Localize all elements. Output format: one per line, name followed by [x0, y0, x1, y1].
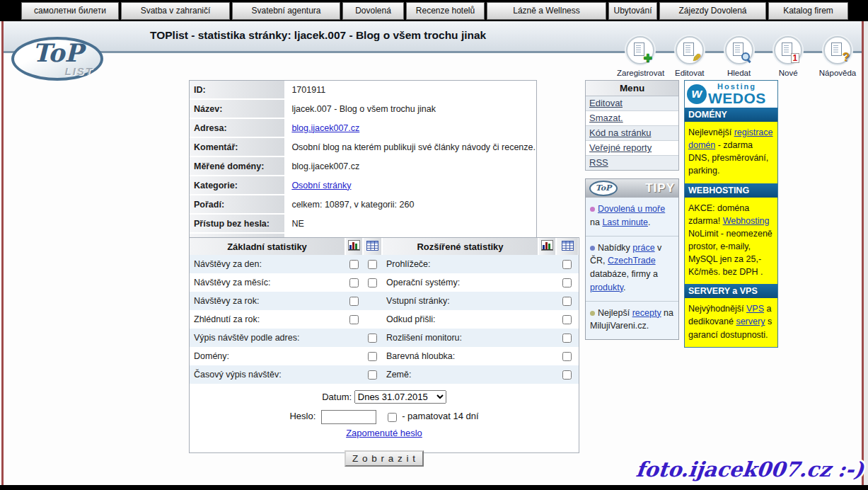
- ad-body-domeny: Nejlevnější registrace domén - zdarma DN…: [685, 122, 777, 183]
- tip-link-dovolena[interactable]: Dovolená u moře: [598, 204, 665, 214]
- tab-lazne-a-wellness[interactable]: Lázně a Wellness: [487, 2, 606, 20]
- date-select[interactable]: Dnes 31.07.2015: [354, 390, 446, 404]
- ad-section-domeny: DOMÉNY: [685, 108, 777, 122]
- help-button[interactable]: ? Nápověda: [814, 36, 861, 77]
- tip-link-produkty[interactable]: produkty: [590, 283, 623, 292]
- wedos-logo-icon: w: [687, 84, 707, 104]
- site-info-table: ID: 1701911 Název: ljacek.007 - Blog o v…: [190, 81, 536, 251]
- stat-checkbox[interactable]: [349, 297, 359, 306]
- category-link[interactable]: Osobní stránky: [291, 181, 351, 190]
- toolbar: ✚ Zaregistrovat ✎ Editovat Hledat 1 Nové: [617, 36, 861, 77]
- search-button[interactable]: Hledat: [716, 36, 763, 77]
- info-value-komentar: Osobní blog na kterém publikuji své člán…: [284, 137, 536, 156]
- toplist-logo-list-text: LIST: [65, 65, 94, 77]
- edit-circle: ✎: [676, 36, 704, 64]
- stat-checkbox[interactable]: [349, 260, 359, 269]
- ad-link-vps[interactable]: VPS: [746, 304, 764, 314]
- help-circle: ?: [823, 36, 852, 64]
- help-label: Nápověda: [814, 69, 861, 77]
- tab-samoletni-bileti[interactable]: самолетни билети: [21, 2, 119, 20]
- new-circle: 1: [774, 36, 802, 64]
- ad-link-servery[interactable]: servery: [736, 317, 765, 326]
- stat-label: Návštěvy za měsíc:: [190, 273, 345, 292]
- info-value-poradi: celkem: 10897, v kategorii: 260: [284, 195, 536, 214]
- tab-dovolena[interactable]: Dovolená: [342, 2, 404, 20]
- menu-item-rss[interactable]: RSS: [586, 156, 678, 170]
- stat-checkbox[interactable]: [349, 278, 359, 287]
- table-row: Zhlédnutí za rok: Odkud přišli:: [190, 310, 579, 329]
- info-label-kategorie: Kategorie:: [190, 176, 284, 195]
- table-row: Pořadí: celkem: 10897, v kategorii: 260: [190, 195, 536, 214]
- tab-katalog-firem[interactable]: Katalog firem: [768, 2, 848, 20]
- tip-link-czechtrade[interactable]: CzechTrade: [608, 256, 656, 266]
- info-label-komentar: Komentář:: [190, 137, 284, 156]
- tab-zajezdy-dovolena[interactable]: Zájezdy Dovolená: [659, 2, 766, 20]
- stat-label: Zhlédnutí za rok:: [190, 310, 345, 329]
- stat-label: Země:: [382, 365, 538, 384]
- extended-stats-header: Rozšířené statistiky: [382, 238, 538, 255]
- table-icon: [363, 238, 382, 255]
- stat-checkbox[interactable]: [368, 370, 377, 380]
- menu-item-editovat[interactable]: Editovat: [586, 96, 678, 111]
- stat-checkbox[interactable]: [562, 297, 572, 306]
- new-one-icon: 1: [791, 53, 800, 63]
- table-row: Komentář: Osobní blog na kterém publikuj…: [190, 137, 536, 156]
- stat-checkbox[interactable]: [562, 315, 572, 324]
- stat-checkbox[interactable]: [368, 260, 377, 269]
- ad-link-webhosting[interactable]: Webhosting: [723, 216, 770, 226]
- table-row: Výpis návštěv podle adres: Rozlišení mon…: [190, 329, 579, 347]
- password-input[interactable]: [321, 410, 376, 424]
- ad-body-webhosting: AKCE: doména zdarma! Webhosting NoLimit …: [685, 198, 777, 285]
- magnifier-icon: [741, 52, 752, 63]
- info-value-pristup: NE: [284, 214, 536, 233]
- stat-checkbox[interactable]: [368, 334, 377, 343]
- table-row: Měřené domény: blog.ijacek007.cz: [190, 156, 536, 176]
- stat-checkbox[interactable]: [562, 334, 572, 343]
- search-circle: [725, 36, 753, 64]
- menu-box: Menu Editovat Smazat. Kód na stránku Veř…: [585, 80, 679, 171]
- new-button[interactable]: 1 Nové: [765, 36, 811, 77]
- page-title: TOPlist - statistika stránky: ljacek.007…: [150, 29, 486, 42]
- register-circle: ✚: [626, 36, 654, 64]
- table-row: Přístup bez hesla: NE: [190, 214, 536, 233]
- stat-checkbox[interactable]: [368, 278, 377, 287]
- menu-item-kod-na-stranku[interactable]: Kód na stránku: [586, 126, 678, 141]
- stat-checkbox[interactable]: [562, 260, 572, 269]
- tab-svatba-v-zahranici[interactable]: Svatba v zahraničí: [121, 2, 230, 20]
- top-tab-bar: самолетни билети Svatba v zahraničí Svat…: [0, 0, 868, 21]
- info-label-pristup: Přístup bez hesla:: [190, 214, 284, 233]
- tip-link-prace[interactable]: práce: [632, 243, 654, 253]
- info-label-poradi: Pořadí:: [190, 195, 284, 214]
- tip-link-recepty[interactable]: recepty: [632, 308, 661, 318]
- tab-svatebni-agentura[interactable]: Svatební agentura: [232, 2, 340, 20]
- stat-checkbox[interactable]: [368, 352, 377, 361]
- basic-stats-header: Základní statistiky: [190, 238, 345, 255]
- table-row: Návštěvy za den: Prohlížeče:: [190, 255, 579, 273]
- edit-button[interactable]: ✎ Editovat: [666, 36, 713, 77]
- ad-section-servery: SERVERY a VPS: [685, 284, 777, 298]
- stat-label: Odkud přišli:: [382, 310, 538, 329]
- stat-label: Rozlišení monitoru:: [382, 329, 538, 347]
- stat-checkbox[interactable]: [349, 315, 359, 324]
- tip-link-last-minute[interactable]: Last minute: [602, 217, 648, 227]
- watermark-text: foto.ijacek007.cz :-): [635, 457, 865, 482]
- register-button[interactable]: ✚ Zaregistrovat: [617, 36, 664, 77]
- menu-item-verejne-reporty[interactable]: Veřejné reporty: [586, 141, 678, 156]
- tab-ubytovani[interactable]: Ubytování: [608, 2, 657, 20]
- bar-chart-icon: [345, 238, 363, 255]
- tab-recenze-hotelu[interactable]: Recenze hotelů: [406, 2, 485, 20]
- stat-label: Výpis návštěv podle adres:: [190, 329, 345, 347]
- stat-checkbox[interactable]: [562, 370, 572, 380]
- stat-label: Domény:: [190, 347, 345, 365]
- show-button[interactable]: Z o b r a z i t: [345, 450, 424, 467]
- forgot-password-link[interactable]: Zapomenuté heslo: [346, 428, 422, 438]
- wedos-ad[interactable]: w Hosting WEDOS DOMÉNY Nejlevnější regis…: [684, 80, 778, 348]
- ad-body-servery: Nejvýhodnější VPS a dedikované servery s…: [685, 298, 777, 346]
- toplist-logo[interactable]: ToP LIST: [11, 37, 103, 81]
- menu-item-smazat[interactable]: Smazat.: [586, 111, 678, 126]
- remember-checkbox[interactable]: [388, 413, 397, 422]
- table-row: Návštěvy za rok: Vstupní stránky:: [190, 292, 579, 310]
- stat-checkbox[interactable]: [562, 352, 572, 361]
- stat-checkbox[interactable]: [562, 278, 572, 287]
- site-address-link[interactable]: blog.ijacek007.cz: [291, 123, 359, 133]
